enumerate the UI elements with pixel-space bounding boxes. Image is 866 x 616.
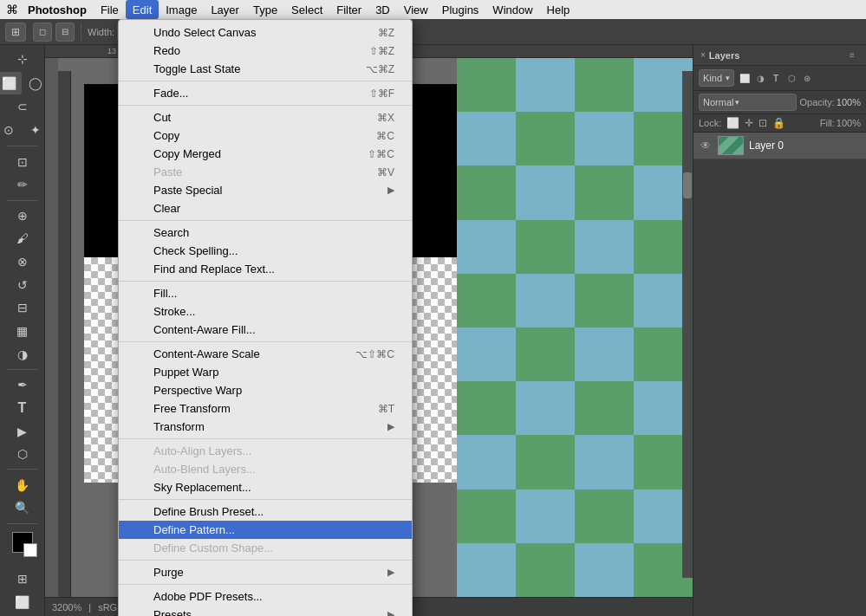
menu-file[interactable]: File (94, 0, 126, 19)
menu-edit[interactable]: Edit (126, 0, 159, 19)
tool-lasso[interactable]: ⊂ (10, 96, 36, 118)
tool-crop[interactable]: ⊡ (10, 151, 36, 172)
filter-smart-icon[interactable]: ⊛ (800, 71, 814, 85)
menu-item-fill---[interactable]: Fill... (119, 284, 412, 302)
filter-pixel-icon[interactable]: ⬜ (738, 71, 752, 85)
menu-item-content-aware-fill---[interactable]: Content-Aware Fill... (119, 321, 412, 339)
tool-dodge[interactable]: ◑ (10, 343, 36, 365)
lock-all-icon[interactable]: 🔒 (772, 117, 785, 129)
menu-item-fade---[interactable]: Fade...⇧⌘F (119, 84, 412, 102)
tool-brush[interactable]: 🖌 (10, 228, 36, 250)
menu-item-redo[interactable]: Redo⇧⌘Z (119, 42, 412, 60)
menu-view[interactable]: View (397, 0, 435, 19)
tool-eyedropper[interactable]: ✏ (10, 174, 36, 196)
kind-dropdown[interactable]: Kind ▾ (699, 69, 734, 87)
lock-pixel-icon[interactable]: ⬜ (726, 117, 739, 129)
scrollbar-thumb[interactable] (683, 172, 692, 198)
tool-heal[interactable]: ⊕ (10, 204, 36, 226)
tool-move[interactable]: ⊹ (10, 49, 36, 70)
menu-item-purge[interactable]: Purge▶ (119, 563, 412, 581)
tool-zoom[interactable]: 🔍 (10, 497, 36, 519)
foreground-color[interactable] (12, 532, 33, 553)
edit-menu-dropdown: Undo Select Canvas⌘ZRedo⇧⌘ZToggle Last S… (118, 19, 413, 616)
menu-item-check-spelling---[interactable]: Check Spelling... (119, 242, 412, 260)
toolbar-layout-btn[interactable]: ◻ (33, 23, 52, 42)
tool-hand[interactable]: ✋ (10, 474, 36, 496)
menu-item-presets[interactable]: Presets▶ (119, 606, 412, 616)
menu-photoshop[interactable]: Photoshop (21, 0, 94, 19)
tool-gradient[interactable]: ▦ (10, 321, 36, 342)
tool-screen[interactable]: ⬜ (10, 591, 36, 613)
fill-value[interactable]: 100% (837, 118, 861, 128)
menu-item-undo-select-canvas[interactable]: Undo Select Canvas⌘Z (119, 23, 412, 42)
menu-item-find-and-replace-text---[interactable]: Find and Replace Text... (119, 260, 412, 278)
menu-item-content-aware-scale[interactable]: Content-Aware Scale⌥⇧⌘C (119, 345, 412, 363)
menu-label-19: Content-Aware Fill... (153, 323, 394, 336)
menu-item-search[interactable]: Search (119, 224, 412, 242)
tool-history[interactable]: ↺ (10, 274, 36, 295)
tool-eraser[interactable]: ⊟ (10, 297, 36, 319)
opacity-value[interactable]: 100% (837, 97, 861, 107)
toolbar-layout-btn2[interactable]: ⊟ (55, 23, 75, 42)
tool-clone[interactable]: ⊗ (10, 251, 36, 273)
menu-item-define-brush-preset---[interactable]: Define Brush Preset... (119, 503, 412, 521)
panel-menu-btn[interactable]: ≡ (845, 49, 859, 62)
menu-item-sky-replacement---[interactable]: Sky Replacement... (119, 478, 412, 496)
tool-path-select[interactable]: ▶ (10, 420, 36, 442)
menu-item-paste-special[interactable]: Paste Special▶ (119, 181, 412, 199)
menu-item-adobe-pdf-presets---[interactable]: Adobe PDF Presets... (119, 587, 412, 606)
tool-text[interactable]: T (10, 398, 36, 419)
menu-item-stroke---[interactable]: Stroke... (119, 302, 412, 321)
layer-thumbnail (718, 136, 744, 155)
menu-type[interactable]: Type (246, 0, 284, 19)
menu-item-puppet-warp[interactable]: Puppet Warp (119, 363, 412, 381)
panel-collapse-icon[interactable]: × (700, 50, 706, 60)
lock-position-icon[interactable]: ✛ (745, 117, 753, 129)
menu-item-clear[interactable]: Clear (119, 199, 412, 217)
tools-sep5 (7, 523, 38, 524)
background-color[interactable] (23, 543, 37, 557)
menu-item-define-pattern---[interactable]: Define Pattern... (119, 521, 412, 539)
menu-filter[interactable]: Filter (329, 0, 368, 19)
filter-type-icon[interactable]: T (769, 71, 783, 85)
tool-mode[interactable]: ⊞ (10, 568, 36, 590)
toolbar-mode-btn[interactable]: ⊞ (5, 23, 26, 42)
filter-shape-icon[interactable]: ⬡ (785, 71, 798, 85)
menu-3d[interactable]: 3D (368, 0, 397, 19)
menu-item-perspective-warp[interactable]: Perspective Warp (119, 381, 412, 399)
tool-marquee-rect[interactable]: ⬜ (0, 72, 22, 94)
layer-item[interactable]: 👁 Layer 0 (693, 133, 866, 159)
menu-select[interactable]: Select (284, 0, 329, 19)
menu-shortcut-4: ⇧⌘F (369, 88, 394, 100)
menu-label-38: Presets (153, 608, 387, 616)
tool-pen[interactable]: ✒ (10, 374, 36, 396)
menu-image[interactable]: Image (159, 0, 204, 19)
menu-label-0: Undo Select Canvas (153, 26, 361, 39)
apple-menu[interactable]: ⌘ (3, 0, 21, 19)
tool-shape[interactable]: ⬡ (10, 444, 36, 465)
menu-window[interactable]: Window (485, 0, 539, 19)
lock-artboard-icon[interactable]: ⊡ (759, 117, 767, 129)
menu-layer[interactable]: Layer (204, 0, 246, 19)
menu-separator-26 (119, 438, 412, 439)
menu-separator-20 (119, 341, 412, 342)
menu-help[interactable]: Help (540, 0, 577, 19)
color-cell-16 (457, 165, 486, 219)
layer-visibility-icon[interactable]: 👁 (699, 139, 713, 152)
menu-item-free-transform[interactable]: Free Transform⌘T (119, 399, 412, 418)
filter-adjust-icon[interactable]: ◑ (753, 71, 767, 85)
menu-item-copy[interactable]: Copy⌘C (119, 126, 412, 145)
status-separator: | (88, 602, 91, 613)
menu-item-cut[interactable]: Cut⌘X (119, 108, 412, 126)
color-cell-4 (575, 58, 604, 112)
tool-quick-select[interactable]: ⊙ (0, 119, 22, 141)
menu-item-toggle-last-state[interactable]: Toggle Last State⌥⌘Z (119, 60, 412, 78)
menu-item-transform[interactable]: Transform▶ (119, 418, 412, 436)
vertical-scrollbar[interactable] (682, 71, 693, 578)
menu-item-copy-merged[interactable]: Copy Merged⇧⌘C (119, 145, 412, 163)
menu-plugins[interactable]: Plugins (435, 0, 486, 19)
menu-label-27: Auto-Align Layers... (153, 444, 394, 457)
menu-shortcut-6: ⌘X (377, 112, 394, 124)
canvas-colored-area (457, 58, 693, 597)
blend-mode-dropdown[interactable]: Normal ▾ (699, 94, 797, 111)
